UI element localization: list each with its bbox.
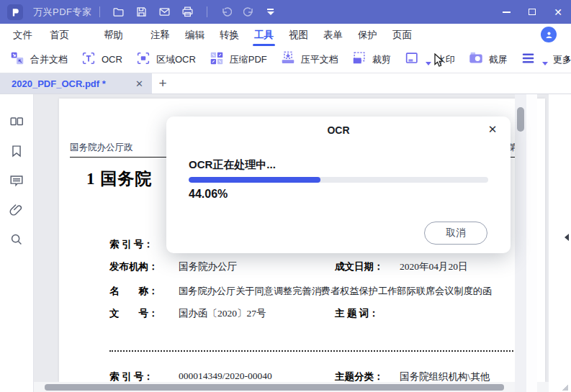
toolbar-overflow-icon[interactable]: › [566,52,570,65]
right-panel-strip [526,94,537,392]
horizontal-scrollbar[interactable] [34,382,549,392]
page-header-left: 国务院办公厅政 [70,142,133,154]
window-controls: ✕ [493,0,571,24]
menu-tools[interactable]: 工具 [254,24,274,46]
field-label: 索 引 号： [109,370,153,382]
screenshot-icon [468,50,484,69]
crop-button[interactable]: 裁剪 [351,50,391,69]
dotted-divider [109,350,531,352]
more-dropdown-icon[interactable] [542,62,548,65]
titlebar: 万兴PDF专家 ✕ [0,0,571,24]
right-panel-expand-handle[interactable] [565,234,569,241]
comments-icon[interactable] [8,172,25,189]
compress-pdf-icon [209,50,225,69]
doc-field-row: 发布机构： 国务院办公厅 成文日期： 2020年04月20日 [109,260,545,273]
tab-label: 2020_PDF_OCR.pdf * [0,78,135,89]
tool-label: 裁剪 [372,53,391,66]
undo-icon[interactable] [215,0,238,24]
tools-toolbar: 合并文档 OCR 区域OCR [0,46,571,73]
ocr-icon [81,50,96,69]
field-label: 索 引 号： [109,238,153,251]
dialog-title: OCR [166,124,511,136]
toolbar-dropdown-icon[interactable] [261,0,281,24]
print-icon[interactable] [176,0,199,24]
menu-home[interactable]: 首页 [50,24,69,46]
close-icon[interactable]: ✕ [545,0,571,24]
watermark-dropdown-icon[interactable] [426,62,431,65]
field-value: 国办函〔2020〕27号 [179,307,266,320]
attachments-icon[interactable] [8,201,25,219]
tool-label: 区域OCR [156,53,196,66]
horizontal-scrollbar-thumb[interactable] [45,384,504,391]
menu-protect[interactable]: 保护 [358,24,377,46]
bookmarks-icon[interactable] [8,142,25,160]
minimize-icon[interactable] [493,0,519,24]
menubar: 文件 首页 帮助 注释 编辑 转换 工具 视图 表单 保护 页面 [0,24,571,46]
screenshot-button[interactable]: 截屏 [468,50,508,69]
left-sidebar [0,94,34,392]
ocr-button[interactable]: OCR [81,50,122,69]
tool-label: 截屏 [489,53,508,66]
flatten-pdf-button[interactable]: 压平文档 [280,50,338,69]
ocr-status-text: OCR正在处理中... [189,158,276,172]
maximize-icon[interactable] [519,0,545,24]
field-label: 发布机构： [109,260,158,273]
new-tab-button[interactable]: + [152,73,174,94]
redo-icon[interactable] [238,0,261,24]
more-menu-icon [521,50,536,69]
watermark-button[interactable]: 水印 [404,50,455,69]
menu-convert[interactable]: 转换 [220,24,239,46]
app-logo-icon [7,4,23,20]
menu-page[interactable]: 页面 [392,24,412,46]
field-label: 文 号： [109,307,158,320]
progress-bar [189,177,488,183]
menu-edit[interactable]: 编辑 [185,24,204,46]
field-value: 国务院办公厅关于同意调整完善消费者权益保护工作部际联席会议制度的函 [179,285,492,298]
menu-comment[interactable]: 注释 [150,24,170,46]
field-label: 主题分类： [335,370,384,382]
field-value: 2020年04月20日 [400,260,468,273]
user-avatar[interactable] [541,27,557,42]
email-icon[interactable] [153,0,176,24]
search-icon[interactable] [8,231,25,248]
progress-percent: 44.06% [189,188,228,201]
tab-close-icon[interactable]: ✕ [135,78,143,89]
titlebar-separator [207,6,207,17]
save-icon[interactable] [130,0,153,24]
cancel-button[interactable]: 取消 [424,222,487,245]
thumbnails-icon[interactable] [8,113,25,130]
resize-grip[interactable] [562,385,568,391]
field-label: 名 称： [109,285,158,298]
area-ocr-icon [135,50,151,69]
menu-help[interactable]: 帮助 [104,24,123,46]
open-file-icon[interactable] [107,0,130,24]
document-heading: 1 国务院 [86,168,152,190]
crop-icon [351,50,367,69]
field-value: 国务院组织机构\其他 [400,370,490,382]
menu-file[interactable]: 文件 [13,24,32,46]
compress-pdf-button[interactable]: 压缩PDF [209,50,267,69]
titlebar-separator [99,6,100,17]
tool-label: 压缩PDF [230,53,267,66]
pdf-app-window: 万兴PDF专家 ✕ 文件 首页 帮助 [0,0,571,392]
doc-footer-row: 索 引 号： 000014349/2020-00040 主题分类： 国务院组织机… [109,370,545,382]
merge-documents-button[interactable]: 合并文档 [9,50,68,69]
doc-field-row: 名 称： 国务院办公厅关于同意调整完善消费者权益保护工作部际联席会议制度的函 [109,285,545,298]
doc-field-row: 文 号： 国办函〔2020〕27号 主 题 词： [109,307,545,320]
merge-documents-icon [9,50,25,69]
dialog-close-icon[interactable]: ✕ [486,123,499,136]
tool-label: 压平文档 [301,53,338,66]
area-ocr-button[interactable]: 区域OCR [135,50,196,69]
menu-view[interactable]: 视图 [289,24,308,46]
document-tab[interactable]: 2020_PDF_OCR.pdf * ✕ [0,73,152,94]
tool-label: 合并文档 [30,53,68,66]
vertical-scrollbar[interactable] [515,94,526,392]
field-value: 000014349/2020-00040 [179,370,272,382]
tool-label: OCR [102,54,122,65]
menu-form[interactable]: 表单 [323,24,343,46]
mouse-cursor [433,53,446,70]
more-tools-button[interactable]: 更多 [521,50,571,69]
progress-fill [189,177,320,183]
vertical-scrollbar-thumb[interactable] [517,107,524,132]
ocr-progress-dialog: OCR ✕ OCR正在处理中... 44.06% 取消 [166,117,511,253]
